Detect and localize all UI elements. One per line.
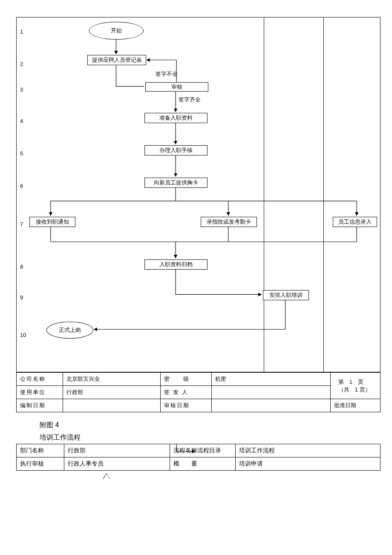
node-label: 提供应聘人员登记表 [92,56,142,64]
t2-exec-label: 执行审核 [17,457,64,471]
attachment-title: 附图 4 [40,421,377,430]
row-num: 8 [20,264,23,270]
meta-page-info: 第 1 页 （共 1 页） [330,373,380,399]
meta-company-label: 公司名称 [17,373,63,386]
row-num: 6 [20,183,23,189]
meta-sign-label: 签 发 人 [161,386,212,399]
node-label: 办理入职手续 [159,147,193,154]
meta-dept-label: 使用单位 [17,386,63,399]
node-badge: 向新员工提供胸卡 [144,178,208,188]
training-table-container: 部门名称 行政部 流程名称流程目录 培训工作流程 执行审核 行政人事专员 概 要… [16,444,380,471]
start-label: 开始 [111,27,122,35]
node-employee-info: 员工信息录入 [333,217,377,227]
row-num: 2 [20,61,23,67]
meta-approve-date-label: 批准日期 [334,402,356,408]
meta-dept-value: 行政部 [63,386,161,399]
node-audit: 审核 [145,82,208,92]
node-label: 审核 [171,83,182,91]
node-label: 入职资料归档 [159,261,193,268]
meta-secret-value: 机密 [212,373,331,386]
node-label: 准备入职资料 [159,114,193,122]
row-num: 10 [20,332,26,338]
end-label: 正式上岗 [59,326,81,334]
node-label: 向新员工提供胸卡 [154,179,198,187]
row-num: 1 [20,29,23,35]
meta-secret-label: 密 级 [161,373,212,386]
flowchart-arrows [17,17,380,372]
node-label: 录指纹或发考勤卡 [207,218,251,226]
node-register-form: 提供应聘人员登记表 [87,55,146,65]
node-onboard-procedure: 办理入职手续 [144,145,208,155]
node-fingerprint: 录指纹或发考勤卡 [201,217,257,227]
t2-flow-value: 培训工作流程 [236,444,380,457]
t2-flow-label: 流程名称流程目录 [170,444,236,457]
node-prepare-docs: 准备入职资料 [144,113,208,123]
t2-dept-label: 部门名称 [17,444,64,457]
row-num: 4 [20,118,23,124]
start-node: 开始 [89,22,144,40]
row-num: 9 [20,294,23,301]
t2-summary-value: 培训申请 [236,457,380,471]
node-training: 安排入职培训 [263,290,309,300]
node-label: 接收到职通知 [36,218,69,226]
meta-review-date-label: 审核日期 [161,399,212,412]
end-node: 正式上岗 [46,322,93,339]
flowchart-container: 1 2 3 4 5 6 7 8 9 10 开始 提供应聘人员登记表 审核 签字不… [16,17,380,372]
meta-table: 公司名称 北京联宝兴业 密 级 机密 第 1 页 （共 1 页） 使用单位 行政… [16,372,380,412]
training-header-table: 部门名称 行政部 流程名称流程目录 培训工作流程 执行审核 行政人事专员 概 要… [16,444,380,471]
row-num: 5 [20,150,23,157]
t2-summary-label: 概 要 [170,457,236,471]
meta-compile-date-label: 编制日期 [17,399,63,412]
row-num: 7 [20,221,23,227]
node-label: 安排入职培训 [269,291,303,299]
t2-exec-value: 行政人事专员 [64,457,170,471]
row-num: 3 [20,86,23,93]
meta-company-value: 北京联宝兴业 [63,373,161,386]
figure-title: 培训工作流程 [40,433,377,442]
label-incomplete: 签字不全 [156,70,178,78]
t2-dept-value: 行政部 [64,444,170,457]
node-receive-notice: 接收到职通知 [29,217,75,227]
node-archive: 入职资料归档 [144,259,208,270]
label-complete: 签字齐全 [179,96,201,104]
node-label: 员工信息录入 [338,218,372,226]
